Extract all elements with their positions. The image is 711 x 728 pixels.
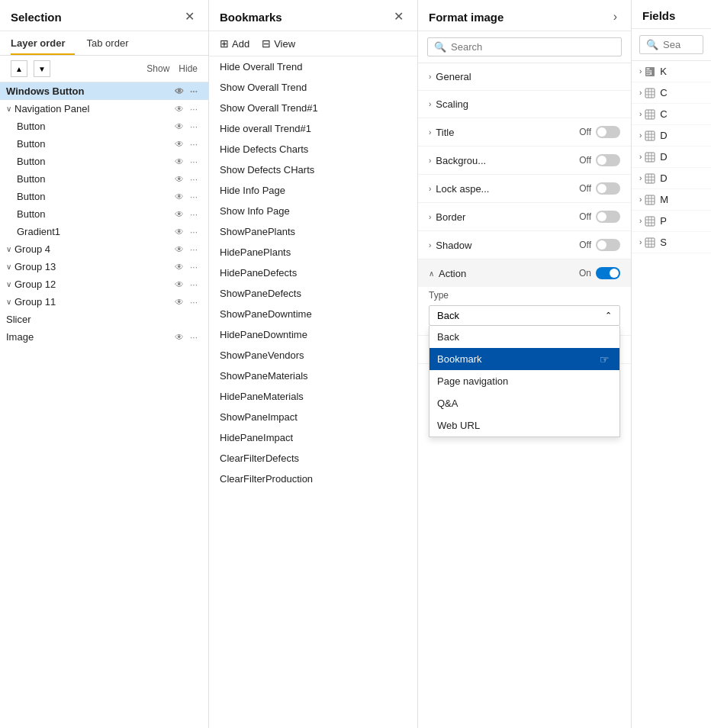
format-section-background-header[interactable]: › Backgrou... Off: [418, 147, 631, 174]
list-item[interactable]: ShowPaneVendors: [209, 345, 417, 366]
list-item[interactable]: Hide Defects Charts: [209, 139, 417, 159]
list-item[interactable]: ClearFilterDefects: [209, 448, 417, 469]
list-item[interactable]: › S: [632, 232, 711, 253]
list-item[interactable]: Image 👁 ···: [0, 328, 208, 346]
list-item[interactable]: › D: [632, 125, 711, 147]
add-bookmark-button[interactable]: ⊞ Add: [220, 37, 249, 50]
list-item[interactable]: ∨ Group 12 👁 ···: [0, 275, 208, 293]
list-item[interactable]: Slicer: [0, 311, 208, 328]
more-options-icon[interactable]: ···: [190, 262, 198, 272]
list-item[interactable]: Show Defects CHarts: [209, 159, 417, 180]
bookmarks-close-button[interactable]: ✕: [391, 9, 407, 24]
list-item[interactable]: HidePanePlants: [209, 242, 417, 263]
eye-icon[interactable]: 👁: [175, 86, 184, 97]
format-section-border-header[interactable]: › Border Off: [418, 203, 631, 230]
more-options-icon[interactable]: ···: [190, 227, 198, 237]
list-item[interactable]: ∨ Group 4 👁 ···: [0, 240, 208, 258]
border-toggle-track[interactable]: [596, 211, 620, 223]
list-item[interactable]: HidePaneImpact: [209, 427, 417, 448]
list-item[interactable]: ShowPaneMaterials: [209, 366, 417, 386]
dropdown-option-back[interactable]: Back: [429, 326, 619, 348]
list-item[interactable]: › K: [632, 61, 711, 82]
list-item[interactable]: Button 👁 ···: [0, 188, 208, 205]
list-item[interactable]: HidePaneMaterials: [209, 386, 417, 407]
hide-label[interactable]: Hide: [179, 63, 198, 74]
eye-icon[interactable]: 👁: [175, 244, 184, 255]
list-item[interactable]: Show Overall Trend: [209, 77, 417, 98]
more-options-icon[interactable]: ···: [190, 332, 198, 343]
action-toggle-track[interactable]: [596, 267, 620, 279]
selection-close-button[interactable]: ✕: [182, 9, 198, 24]
list-item[interactable]: › C: [632, 104, 711, 125]
eye-icon[interactable]: 👁: [175, 227, 184, 237]
dropdown-option-qa[interactable]: Q&A: [429, 392, 619, 414]
eye-icon[interactable]: 👁: [175, 332, 184, 343]
dropdown-option-web-url[interactable]: Web URL: [429, 414, 619, 436]
more-options-icon[interactable]: ···: [190, 192, 198, 202]
list-item[interactable]: ∨ Group 13 👁 ···: [0, 258, 208, 275]
eye-icon[interactable]: 👁: [175, 104, 184, 114]
list-item[interactable]: Button 👁 ···: [0, 153, 208, 170]
eye-icon[interactable]: 👁: [175, 121, 184, 132]
tab-layer-order[interactable]: Layer order: [11, 31, 75, 55]
more-options-icon[interactable]: ···: [190, 156, 198, 167]
format-section-shadow-header[interactable]: › Shadow Off: [418, 231, 631, 259]
list-item[interactable]: ShowPaneDefects: [209, 283, 417, 304]
list-item[interactable]: Button 👁 ···: [0, 170, 208, 188]
eye-icon[interactable]: 👁: [175, 174, 184, 185]
eye-icon[interactable]: 👁: [175, 297, 184, 308]
more-options-icon[interactable]: ···: [190, 209, 198, 220]
list-item[interactable]: Show Info Page: [209, 201, 417, 221]
eye-icon[interactable]: 👁: [175, 262, 184, 272]
more-options-icon[interactable]: ···: [190, 244, 198, 255]
list-item[interactable]: HidePaneDefects: [209, 263, 417, 283]
list-item[interactable]: ∨ Navigation Panel 👁 ···: [0, 100, 208, 118]
eye-icon[interactable]: 👁: [175, 156, 184, 167]
list-item[interactable]: ShowPaneImpact: [209, 407, 417, 427]
move-up-button[interactable]: ▲: [11, 60, 27, 77]
list-item[interactable]: Hide overall Trend#1: [209, 118, 417, 139]
list-item[interactable]: › C: [632, 82, 711, 104]
more-options-icon[interactable]: ···: [190, 279, 198, 290]
eye-icon[interactable]: 👁: [175, 139, 184, 150]
list-item[interactable]: Button 👁 ···: [0, 135, 208, 153]
more-options-icon[interactable]: ···: [190, 86, 198, 97]
dropdown-header[interactable]: Back ⌃: [429, 305, 620, 326]
lock-aspect-toggle-track[interactable]: [596, 182, 620, 195]
more-options-icon[interactable]: ···: [190, 174, 198, 185]
list-item[interactable]: ClearFilterProduction: [209, 469, 417, 489]
list-item[interactable]: Windows Button 👁 ···: [0, 82, 208, 100]
shadow-toggle-track[interactable]: [596, 239, 620, 251]
more-options-icon[interactable]: ···: [190, 139, 198, 150]
format-section-scaling-header[interactable]: › Scaling: [418, 91, 631, 118]
eye-icon[interactable]: 👁: [175, 279, 184, 290]
tab-tab-order[interactable]: Tab order: [87, 31, 138, 55]
list-item[interactable]: HidePaneDowntime: [209, 324, 417, 345]
list-item[interactable]: › M: [632, 189, 711, 211]
list-item[interactable]: Button 👁 ···: [0, 118, 208, 135]
format-expand-button[interactable]: ›: [610, 9, 620, 24]
list-item[interactable]: ∨ Group 11 👁 ···: [0, 293, 208, 311]
list-item[interactable]: Button 👁 ···: [0, 205, 208, 223]
title-toggle-track[interactable]: [596, 126, 620, 138]
more-options-icon[interactable]: ···: [190, 297, 198, 308]
list-item[interactable]: Hide Info Page: [209, 180, 417, 201]
more-options-icon[interactable]: ···: [190, 121, 198, 132]
list-item[interactable]: ShowPanePlants: [209, 221, 417, 242]
background-toggle-track[interactable]: [596, 154, 620, 166]
move-down-button[interactable]: ▼: [34, 60, 50, 77]
format-section-title-header[interactable]: › Title Off: [418, 118, 631, 146]
fields-search-input[interactable]: [663, 39, 697, 50]
dropdown-option-page-nav[interactable]: Page navigation: [429, 370, 619, 392]
more-options-icon[interactable]: ···: [190, 104, 198, 114]
list-item[interactable]: › P: [632, 211, 711, 232]
list-item[interactable]: › D: [632, 168, 711, 189]
list-item[interactable]: Gradient1 👁 ···: [0, 223, 208, 240]
list-item[interactable]: Show Overall Trend#1: [209, 98, 417, 118]
show-label[interactable]: Show: [146, 63, 169, 74]
list-item[interactable]: Hide Overall Trend: [209, 56, 417, 77]
list-item[interactable]: › D: [632, 147, 711, 168]
dropdown-option-bookmark[interactable]: Bookmark ☞: [429, 348, 619, 370]
search-input[interactable]: [451, 41, 615, 53]
view-bookmark-button[interactable]: ⊟ View: [262, 37, 295, 50]
